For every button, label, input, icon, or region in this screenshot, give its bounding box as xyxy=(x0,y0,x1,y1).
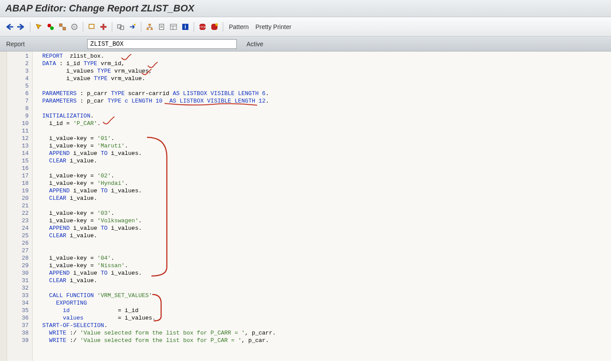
svg-point-7 xyxy=(72,24,77,29)
help-icon[interactable]: i xyxy=(180,22,191,32)
activate-icon[interactable] xyxy=(33,22,44,32)
direct-icon[interactable] xyxy=(127,22,138,32)
line-number: 7 xyxy=(7,97,29,105)
code-line[interactable]: i_value-key = '03'. xyxy=(42,210,611,217)
code-line[interactable]: i_values TYPE vrm_values, xyxy=(42,67,611,75)
code-line[interactable]: i_value-key = 'Nissan'. xyxy=(42,262,611,269)
code-editor[interactable]: 1234567891011121314151617181920212223242… xyxy=(0,51,611,361)
line-number: 24 xyxy=(7,224,29,232)
code-line[interactable] xyxy=(42,127,611,135)
code-line[interactable]: i_value-key = 'Volkswagen'. xyxy=(42,217,611,224)
separator xyxy=(112,22,112,32)
code-line[interactable] xyxy=(42,247,611,254)
code-line[interactable]: i_value-key = 'Hyndai'. xyxy=(42,180,611,187)
line-number: 6 xyxy=(7,90,29,97)
pretty-printer-button[interactable]: Pretty Printer xyxy=(255,23,291,30)
code-line[interactable]: WRITE :/ 'Value selected form the list b… xyxy=(42,329,611,337)
code-line[interactable]: PARAMETERS : p_car TYPE c LENGTH 10 AS L… xyxy=(42,97,611,105)
code-line[interactable]: WRITE :/ 'Value selected form the list b… xyxy=(42,337,611,344)
svg-rect-18 xyxy=(151,28,153,30)
layout-icon[interactable] xyxy=(168,22,179,32)
svg-point-3 xyxy=(50,26,54,30)
stop2-icon[interactable] xyxy=(209,22,220,32)
code-line[interactable]: i_value-key = '01'. xyxy=(42,135,611,142)
hierarchy-icon[interactable] xyxy=(144,22,155,32)
line-number: 14 xyxy=(7,150,29,157)
line-number: 5 xyxy=(7,82,29,90)
separator xyxy=(223,22,223,32)
code-line[interactable]: EXPORTING xyxy=(42,299,611,307)
code-line[interactable]: APPEND i_value TO i_values. xyxy=(42,224,611,232)
svg-rect-23 xyxy=(159,24,164,29)
svg-rect-13 xyxy=(118,25,121,28)
svg-rect-16 xyxy=(148,24,151,26)
line-number: 2 xyxy=(7,60,29,67)
back-icon[interactable] xyxy=(4,22,15,32)
code-line[interactable]: values = i_values. xyxy=(42,314,611,322)
breakpoint-icon[interactable] xyxy=(98,22,109,32)
check-icon[interactable] xyxy=(45,22,56,32)
code-line[interactable]: i_value-key = '04'. xyxy=(42,254,611,262)
code-line[interactable] xyxy=(42,82,611,90)
line-number: 31 xyxy=(7,277,29,284)
execute-icon[interactable] xyxy=(115,22,126,32)
display-icon[interactable] xyxy=(86,22,97,32)
code-line[interactable] xyxy=(42,284,611,292)
line-number: 36 xyxy=(7,314,29,322)
svg-rect-10 xyxy=(90,25,93,28)
line-number: 28 xyxy=(7,254,29,262)
code-line[interactable]: CLEAR i_value. xyxy=(42,195,611,202)
code-line[interactable]: DATA : i_id TYPE vrm_id, xyxy=(42,60,611,67)
code-line[interactable]: CLEAR i_value. xyxy=(42,232,611,239)
line-number: 21 xyxy=(7,202,29,210)
code-line[interactable]: i_value-key = '02'. xyxy=(42,172,611,180)
pretzel-icon[interactable] xyxy=(69,22,80,32)
line-number: 16 xyxy=(7,165,29,172)
line-number: 32 xyxy=(7,284,29,292)
line-number: 33 xyxy=(7,292,29,299)
code-line[interactable]: i_id = 'P_CAR'. xyxy=(42,120,611,127)
svg-rect-17 xyxy=(147,28,149,30)
code-line[interactable]: APPEND i_value TO i_values. xyxy=(42,150,611,157)
code-line[interactable]: CLEAR i_value. xyxy=(42,157,611,165)
code-line[interactable]: START-OF-SELECTION. xyxy=(42,322,611,329)
svg-point-34 xyxy=(215,23,218,26)
where-used-icon[interactable] xyxy=(57,22,68,32)
separator xyxy=(83,22,83,32)
line-number: 23 xyxy=(7,217,29,224)
line-number: 10 xyxy=(7,120,29,127)
svg-point-8 xyxy=(74,26,75,28)
line-number: 39 xyxy=(7,337,29,344)
code-line[interactable] xyxy=(42,165,611,172)
report-name-input[interactable] xyxy=(87,39,237,49)
code-line[interactable]: CLEAR i_value. xyxy=(42,277,611,284)
code-line[interactable]: PARAMETERS : p_carr TYPE scarr-carrid AS… xyxy=(42,90,611,97)
code-line[interactable]: APPEND i_value TO i_values. xyxy=(42,269,611,277)
code-line[interactable] xyxy=(42,202,611,210)
code-line[interactable]: i_value TYPE vrm_value. xyxy=(42,75,611,82)
code-line[interactable]: CALL FUNCTION 'VRM_SET_VALUES' xyxy=(42,292,611,299)
line-number-gutter: 1234567891011121314151617181920212223242… xyxy=(7,51,33,361)
code-line[interactable] xyxy=(42,239,611,247)
line-number: 17 xyxy=(7,172,29,180)
code-line[interactable] xyxy=(42,105,611,112)
stop1-icon[interactable]: STOP xyxy=(197,22,208,32)
separator xyxy=(194,22,194,32)
insert-icon[interactable] xyxy=(156,22,167,32)
line-number: 38 xyxy=(7,329,29,337)
code-line[interactable]: INITIALIZATION. xyxy=(42,112,611,120)
svg-text:STOP: STOP xyxy=(199,26,206,29)
code-body[interactable]: REPORT zlist_box.DATA : i_id TYPE vrm_id… xyxy=(33,51,611,361)
line-number: 11 xyxy=(7,127,29,135)
window-title: ABAP Editor: Change Report ZLIST_BOX xyxy=(5,3,194,14)
line-number: 9 xyxy=(7,112,29,120)
code-line[interactable]: APPEND i_value TO i_values. xyxy=(42,187,611,195)
code-line[interactable]: id = i_id xyxy=(42,307,611,314)
line-number: 13 xyxy=(7,142,29,150)
svg-line-6 xyxy=(62,26,63,27)
line-number: 29 xyxy=(7,262,29,269)
forward-icon[interactable] xyxy=(16,22,27,32)
pattern-button[interactable]: Pattern xyxy=(229,23,249,30)
code-line[interactable]: i_value-key = 'Maruti'. xyxy=(42,142,611,150)
code-line[interactable]: REPORT zlist_box. xyxy=(42,52,611,60)
